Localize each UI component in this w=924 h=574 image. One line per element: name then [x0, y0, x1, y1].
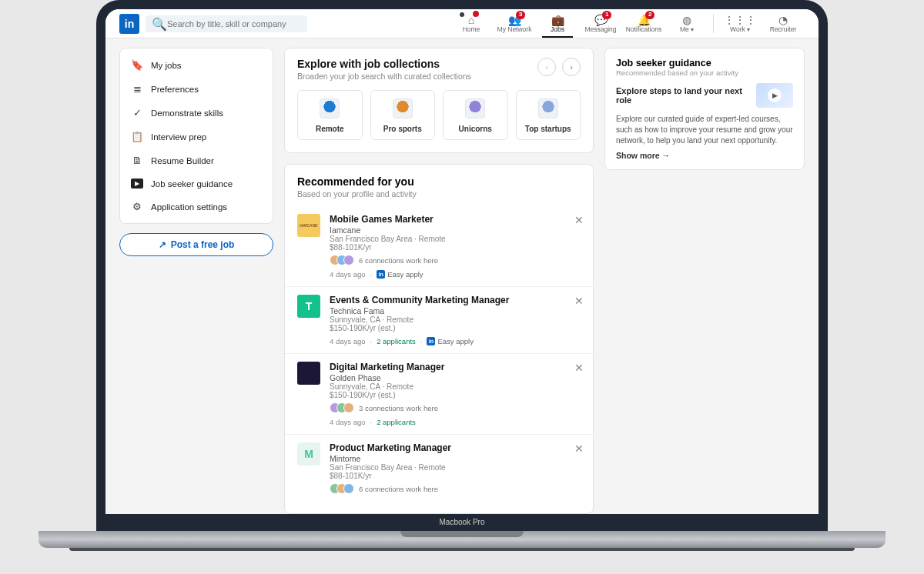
collection-icon	[393, 98, 413, 118]
sidebar-item-demonstrate-skills[interactable]: ✓ Demonstrate skills	[120, 101, 273, 125]
job-location: Sunnyvale, CA · Remote	[330, 315, 581, 324]
laptop-base	[38, 531, 886, 548]
preferences-icon: ≣	[131, 83, 143, 95]
nav-network-label: My Network	[497, 25, 532, 33]
bookmark-icon: 🔖	[131, 59, 143, 71]
laptop-foot	[69, 548, 855, 551]
easy-apply: inEasy apply	[427, 337, 473, 345]
collection-item-top-startups[interactable]: Top startups	[516, 90, 581, 140]
guidance-video-thumbnail[interactable]	[756, 83, 793, 108]
nav-jobs-label: Jobs	[551, 25, 564, 33]
guidance-show-more[interactable]: Show more	[616, 151, 793, 160]
job-company: Golden Phase	[330, 373, 581, 382]
job-company: Iamcane	[330, 225, 581, 235]
nav-recruiter[interactable]: ◔ Recruiter	[762, 9, 805, 38]
collection-item-remote[interactable]: Remote	[297, 90, 363, 140]
recommended-subtitle: Based on your profile and activity	[297, 189, 581, 199]
dismiss-job-button[interactable]: ✕	[574, 442, 584, 455]
job-title[interactable]: Digital Marketing Manager	[330, 362, 581, 372]
document-icon: 🗎	[131, 155, 143, 166]
job-applicants: 2 applicants	[377, 418, 416, 426]
sidebar-item-label: Application settings	[151, 202, 227, 212]
dismiss-job-button[interactable]: ✕	[574, 214, 584, 226]
job-age: 4 days ago	[330, 418, 365, 426]
search-wrap: 🔍	[146, 15, 307, 32]
job-connections: 6 connections work here	[330, 483, 581, 494]
center-column: Explore with job collections Broaden you…	[284, 48, 594, 514]
job-salary: $88-101K/yr	[330, 243, 581, 252]
job-connections: 6 connections work here	[330, 255, 581, 265]
sidebar-item-label: Resume Builder	[151, 156, 214, 165]
nav-home-badge	[473, 11, 479, 17]
job-age: 4 days ago	[330, 337, 365, 345]
nav-home[interactable]: ⌂ Home	[450, 9, 493, 38]
search-input[interactable]	[146, 15, 307, 32]
job-title[interactable]: Events & Community Marketing Manager	[330, 295, 581, 305]
company-logo: T	[297, 295, 320, 318]
avatar	[343, 402, 354, 413]
collection-label: Pro sports	[383, 125, 422, 133]
post-free-job-button[interactable]: ↗ Post a free job	[119, 233, 273, 256]
nav-work[interactable]: ⋮⋮⋮ Work	[718, 9, 762, 38]
linkedin-logo[interactable]: in	[119, 14, 139, 34]
job-connections: 3 connections work here	[330, 402, 581, 413]
company-logo: IAMCANE	[297, 214, 320, 237]
sidebar-item-label: Job seeker guidance	[151, 179, 233, 189]
collection-item-unicorns[interactable]: Unicorns	[443, 90, 508, 140]
nav-separator	[713, 14, 714, 33]
collections-prev-button[interactable]: ‹	[537, 58, 556, 76]
collection-label: Top startups	[525, 125, 571, 133]
job-salary: $150-190K/yr (est.)	[330, 324, 581, 332]
sidebar-item-preferences[interactable]: ≣ Preferences	[120, 77, 273, 101]
sidebar-item-application-settings[interactable]: ⚙ Application settings	[120, 195, 273, 219]
nav-work-label: Work	[730, 25, 750, 33]
nav-notifications[interactable]: 🔔 Notifications 2	[622, 9, 665, 38]
job-applicants: 2 applicants	[377, 337, 416, 345]
guidance-card: Job seeker guidance Recommended based on…	[604, 48, 805, 170]
clipboard-icon: 📋	[131, 131, 143, 142]
job-location: Sunnyvale, CA · Remote	[330, 382, 581, 391]
avatar	[343, 483, 354, 494]
job-card: MProduct Marketing ManagerMintomeSan Fra…	[285, 434, 593, 502]
dismiss-job-button[interactable]: ✕	[574, 362, 584, 374]
post-free-job-label: Post a free job	[171, 239, 235, 250]
linkedin-mini-icon: in	[377, 270, 385, 279]
nav-home-label: Home	[463, 25, 480, 33]
avatar	[343, 255, 354, 265]
laptop-label: Macbook Pro	[96, 514, 828, 531]
collections-subtitle: Broaden your job search with curated col…	[297, 72, 537, 81]
nav-jobs[interactable]: 💼 Jobs	[536, 9, 579, 38]
sidebar-item-my-jobs[interactable]: 🔖 My jobs	[120, 53, 273, 77]
job-title[interactable]: Mobile Games Marketer	[330, 214, 581, 225]
grid-icon: ⋮⋮⋮	[724, 15, 756, 25]
nav-me[interactable]: ◍ Me	[665, 9, 708, 38]
job-salary: $150-190K/yr (est.)	[330, 391, 581, 399]
collection-icon	[465, 98, 485, 118]
nav-messaging[interactable]: 💬 Messaging 1	[579, 9, 622, 38]
job-title[interactable]: Product Marketing Manager	[330, 442, 581, 453]
play-icon: ▶	[131, 179, 143, 189]
collection-label: Unicorns	[459, 125, 492, 133]
job-company: Technica Fama	[330, 306, 581, 315]
nav-messaging-label: Messaging	[584, 25, 616, 33]
sidebar-item-label: Interview prep	[151, 132, 206, 142]
collection-icon	[538, 98, 558, 118]
recommended-title: Recommended for you	[297, 175, 581, 188]
collection-icon	[320, 98, 340, 118]
nav-network-badge: 3	[516, 11, 525, 19]
sidebar-item-job-seeker-guidance[interactable]: ▶ Job seeker guidance	[120, 172, 273, 195]
sidebar-item-label: Demonstrate skills	[151, 108, 223, 118]
collections-next-button[interactable]: ›	[562, 58, 581, 76]
nav-network[interactable]: 👥 My Network 3	[493, 9, 536, 38]
nav-notifications-badge: 2	[645, 11, 654, 19]
job-company: Mintome	[330, 454, 581, 463]
gear-icon: ⚙	[131, 201, 143, 212]
sidebar-item-label: Preferences	[151, 85, 199, 94]
sidebar-item-interview-prep[interactable]: 📋 Interview prep	[120, 125, 273, 149]
dismiss-job-button[interactable]: ✕	[574, 295, 584, 307]
jobs-icon: 💼	[551, 15, 564, 25]
sidebar-item-resume-builder[interactable]: 🗎 Resume Builder	[120, 149, 273, 172]
job-card: Digital Marketing ManagerGolden PhaseSun…	[285, 353, 593, 434]
collection-item-pro-sports[interactable]: Pro sports	[370, 90, 436, 140]
guidance-card-title: Explore steps to land your next role	[616, 86, 750, 105]
